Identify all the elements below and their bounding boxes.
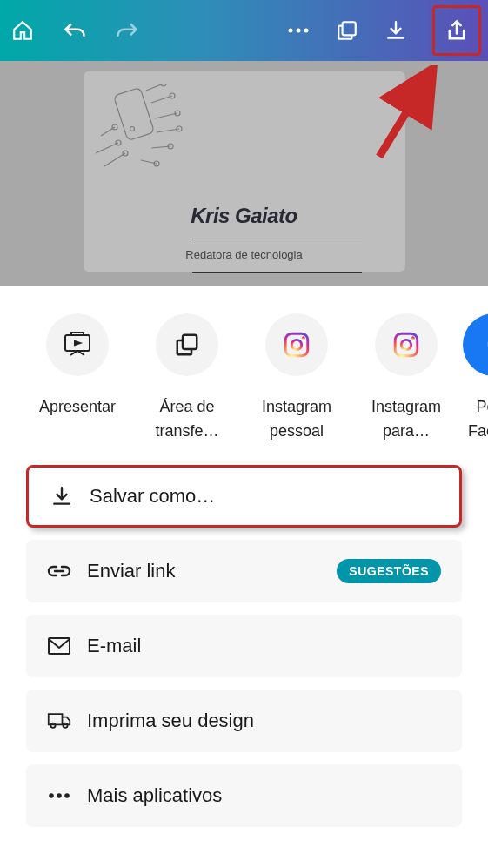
more-icon[interactable] [286, 18, 311, 43]
more-icon [47, 784, 71, 808]
pages-icon[interactable] [335, 18, 359, 43]
instagram-icon [282, 330, 311, 360]
option-label: Imprima seu design [87, 710, 254, 732]
download-icon [50, 484, 74, 508]
facebook-icon [463, 313, 488, 376]
redo-icon[interactable] [115, 18, 139, 43]
share-label: Perfil Facebook [468, 395, 488, 444]
option-save-as[interactable]: Salvar como… [26, 465, 462, 528]
instagram-icon [391, 330, 421, 360]
svg-point-5 [130, 127, 134, 131]
share-target-facebook[interactable]: Perfil Facebook [463, 313, 488, 444]
share-label: Instagram pessoal [249, 395, 344, 444]
share-target-clipboard[interactable]: Área de transfe… [134, 313, 240, 444]
svg-rect-3 [343, 22, 356, 35]
svg-rect-4 [113, 87, 154, 140]
download-icon[interactable] [384, 18, 408, 43]
option-email[interactable]: E-mail [26, 615, 462, 677]
suggestions-badge: SUGESTÕES [337, 559, 441, 583]
option-more-apps[interactable]: Mais aplicativos [26, 764, 462, 827]
svg-point-1 [297, 29, 301, 33]
option-label: Salvar como… [90, 485, 215, 508]
option-label: Enviar link [87, 560, 175, 582]
card-divider [192, 272, 362, 273]
undo-icon[interactable] [63, 18, 87, 43]
share-button-highlight [432, 5, 481, 56]
option-label: E-mail [87, 635, 141, 657]
svg-point-30 [64, 793, 70, 798]
top-toolbar [0, 0, 488, 61]
truck-icon [47, 709, 71, 733]
share-target-instagram-business[interactable]: Instagram para… [353, 313, 459, 444]
canvas-area: Kris Gaiato Redatora de tecnologia [0, 61, 488, 286]
card-divider [192, 239, 362, 239]
circuit-decoration [96, 84, 200, 188]
svg-rect-18 [183, 335, 197, 349]
share-label: Instagram para… [358, 395, 454, 444]
options-list: Salvar como… Enviar link SUGESTÕES E-mai… [0, 444, 488, 827]
svg-point-28 [49, 793, 54, 798]
share-target-present[interactable]: Apresentar [24, 313, 130, 444]
card-name: Kris Gaiato [84, 204, 405, 228]
svg-point-23 [401, 340, 411, 349]
svg-point-0 [289, 29, 293, 33]
svg-point-20 [291, 340, 301, 349]
option-send-link[interactable]: Enviar link SUGESTÕES [26, 540, 462, 602]
option-label: Mais aplicativos [87, 784, 222, 807]
present-icon [63, 332, 92, 358]
svg-point-2 [304, 29, 309, 33]
share-target-instagram-personal[interactable]: Instagram pessoal [244, 313, 350, 444]
home-icon[interactable] [10, 18, 35, 43]
card-subtitle: Redatora de tecnologia [84, 248, 405, 261]
svg-point-24 [411, 336, 415, 340]
email-icon [47, 634, 71, 658]
share-icon[interactable] [445, 18, 469, 43]
share-label: Apresentar [39, 395, 116, 420]
svg-point-29 [57, 793, 62, 798]
business-card[interactable]: Kris Gaiato Redatora de tecnologia [84, 71, 405, 272]
link-icon [47, 559, 71, 583]
clipboard-icon [174, 332, 200, 358]
share-targets-row: Apresentar Área de transfe… [0, 313, 488, 444]
option-print[interactable]: Imprima seu design [26, 690, 462, 752]
svg-point-21 [302, 336, 305, 340]
share-label: Área de transfe… [139, 395, 235, 444]
share-sheet: Apresentar Área de transfe… [0, 286, 488, 827]
